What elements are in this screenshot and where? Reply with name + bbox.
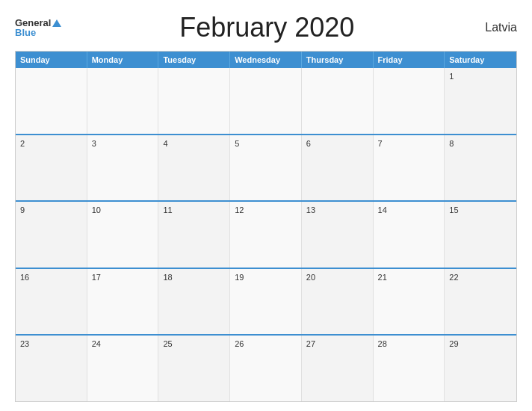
logo-blue-text: Blue [15, 28, 36, 37]
cal-cell-5: 5 [230, 135, 302, 201]
cal-cell-10: 10 [87, 202, 159, 268]
col-saturday: Saturday [445, 52, 516, 68]
cal-cell-9: 9 [16, 202, 87, 268]
cal-cell-19: 19 [230, 269, 302, 335]
col-friday: Friday [374, 52, 445, 68]
calendar-header: Sunday Monday Tuesday Wednesday Thursday… [16, 52, 516, 68]
calendar-body: 1 2 3 4 5 6 7 8 9 10 11 12 13 14 15 [16, 68, 516, 401]
week-4: 16 17 18 19 20 21 22 [16, 268, 516, 335]
cal-cell-15: 15 [445, 202, 516, 268]
cal-cell-1: 1 [445, 68, 516, 134]
header: General Blue February 2020 Latvia [15, 12, 517, 43]
week-1: 1 [16, 68, 516, 134]
week-5: 23 24 25 26 27 28 29 [16, 334, 516, 401]
col-tuesday: Tuesday [158, 52, 230, 68]
cal-cell-20: 20 [302, 269, 374, 335]
week-3: 9 10 11 12 13 14 15 [16, 200, 516, 268]
cal-cell [230, 68, 302, 134]
cal-cell-18: 18 [158, 269, 230, 335]
cal-cell-4: 4 [158, 135, 230, 201]
cal-cell-11: 11 [158, 202, 230, 268]
cal-cell [302, 68, 374, 134]
cal-cell-14: 14 [374, 202, 445, 268]
cal-cell-24: 24 [87, 336, 159, 401]
cal-cell-12: 12 [230, 202, 302, 268]
calendar: Sunday Monday Tuesday Wednesday Thursday… [15, 51, 517, 402]
cal-cell-29: 29 [445, 336, 516, 401]
col-monday: Monday [87, 52, 159, 68]
cal-cell-28: 28 [374, 336, 445, 401]
cal-cell-25: 25 [158, 336, 230, 401]
cal-cell-23: 23 [16, 336, 87, 401]
cal-cell-27: 27 [302, 336, 374, 401]
cal-cell [158, 68, 230, 134]
calendar-title: February 2020 [61, 12, 472, 43]
cal-cell-8: 8 [445, 135, 516, 201]
cal-cell-26: 26 [230, 336, 302, 401]
page: General Blue February 2020 Latvia Sunday… [0, 0, 532, 411]
cal-cell-7: 7 [374, 135, 445, 201]
col-thursday: Thursday [302, 52, 374, 68]
cal-cell-17: 17 [87, 269, 159, 335]
cal-cell [16, 68, 87, 134]
cal-cell-21: 21 [374, 269, 445, 335]
cal-cell-13: 13 [302, 202, 374, 268]
cal-cell-16: 16 [16, 269, 87, 335]
cal-cell [87, 68, 159, 134]
cal-cell-3: 3 [87, 135, 159, 201]
cal-cell-22: 22 [445, 269, 516, 335]
cal-cell-6: 6 [302, 135, 374, 201]
week-2: 2 3 4 5 6 7 8 [16, 134, 516, 201]
country-label: Latvia [472, 21, 517, 34]
col-wednesday: Wednesday [230, 52, 302, 68]
col-sunday: Sunday [16, 52, 87, 68]
logo-triangle-icon [52, 19, 61, 27]
cal-cell-2: 2 [16, 135, 87, 201]
logo: General Blue [15, 18, 61, 37]
cal-cell [374, 68, 445, 134]
